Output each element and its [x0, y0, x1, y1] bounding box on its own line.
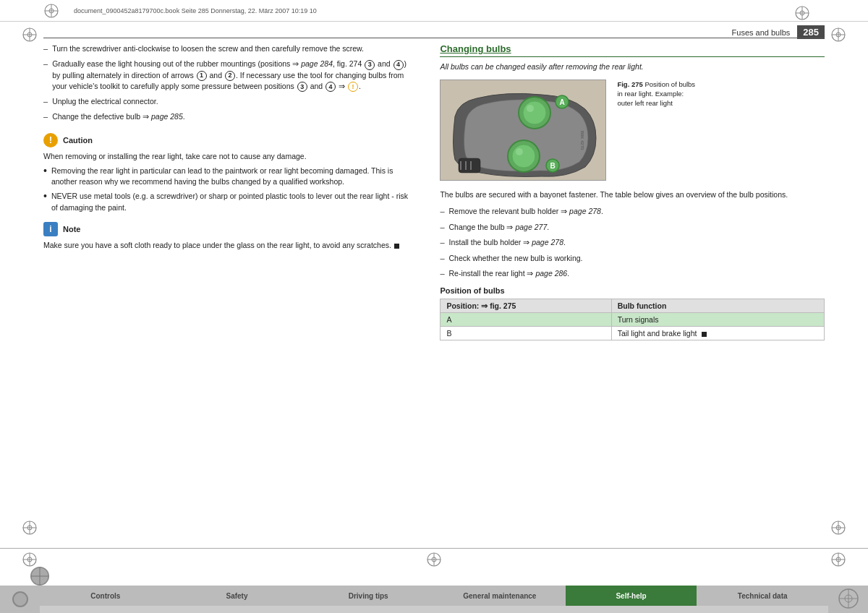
table-header-function: Bulb function — [611, 299, 824, 313]
caution-icon: ! — [43, 133, 58, 147]
list-dash: – — [440, 206, 444, 217]
list-dash: – — [440, 253, 444, 264]
caution-box: ! Caution When removing or installing th… — [43, 133, 411, 213]
table-row: A Turn signals — [441, 313, 825, 327]
section-subtitle: All bulbs can be changed easily after re… — [440, 61, 825, 72]
caution-bullet-text: Removing the rear light in particular ca… — [51, 166, 411, 187]
list-item: – Check whether the new bulb is working. — [440, 253, 825, 264]
content-area: – Turn the screwdriver anti-clockwise to… — [43, 43, 825, 541]
list-item-text: Change the defective bulb ⇒ page 285. — [52, 111, 185, 122]
figure-container: A B B6K 4270 Fig. 275 Position of bulbs … — [440, 80, 825, 181]
footer-crosshair-r — [830, 552, 846, 569]
list-item: – Change the bulb ⇒ page 277. — [440, 222, 825, 233]
table-header-position: Position: ⇒ fig. 275 — [441, 299, 611, 313]
rear-light-svg: A B B6K 4270 — [441, 80, 606, 181]
step-text: Re-install the rear light ⇒ page 286. — [449, 268, 570, 279]
list-dash: – — [440, 268, 444, 279]
car-image: A B B6K 4270 — [440, 80, 606, 181]
list-item: – Unplug the electrical connector. — [43, 96, 411, 107]
chapter-title: Fuses and bulbs — [732, 28, 791, 37]
svg-point-19 — [527, 105, 534, 112]
description-text: The bulbs are secured with a bayonet fas… — [440, 189, 825, 201]
page-circle-bottom-left — [30, 567, 49, 586]
table-cell-position: B — [441, 327, 611, 340]
list-item: – Remove the relevant bulb holder ⇒ page… — [440, 206, 825, 217]
table-cell-function: Tail light and brake light — [611, 327, 824, 340]
list-item-text: Turn the screwdriver anti-clockwise to l… — [52, 43, 364, 54]
step-text: Change the bulb ⇒ page 277. — [449, 222, 550, 233]
header-crosshair-left — [43, 3, 59, 19]
footer-top-rule — [0, 548, 868, 549]
nav-left-circle — [12, 591, 28, 607]
svg-text:A: A — [560, 98, 565, 106]
table-title: Position of bulbs — [440, 286, 825, 295]
filename-text: document_0900452a8179700c.book Seite 285… — [74, 7, 317, 14]
bullet-symbol: • — [43, 166, 47, 187]
end-marker — [702, 332, 707, 337]
nav-items: Controls Safety Driving tips General mai… — [40, 586, 828, 613]
table-row: B Tail light and brake light — [441, 327, 825, 340]
list-dash: – — [440, 237, 444, 248]
list-item: – Re-install the rear light ⇒ page 286. — [440, 268, 825, 279]
list-dash: – — [43, 111, 48, 122]
step-text: Install the bulb holder ⇒ page 278. — [449, 237, 566, 248]
nav-item-driving-tips[interactable]: Driving tips — [302, 586, 434, 606]
caution-intro: When removing or installing the rear lig… — [43, 151, 411, 162]
note-title: Note — [63, 225, 80, 233]
bullet-symbol: • — [43, 191, 47, 213]
list-dash: – — [43, 96, 48, 107]
list-item: – Install the bulb holder ⇒ page 278. — [440, 237, 825, 248]
nav-item-controls[interactable]: Controls — [40, 586, 171, 606]
list-item-text: Unplug the electrical connector. — [52, 96, 158, 107]
step-text: Remove the relevant bulb holder ⇒ page 2… — [449, 206, 603, 217]
nav-item-technical-data[interactable]: Technical data — [697, 586, 828, 606]
figure-caption: Fig. 275 Position of bulbs in rear light… — [617, 80, 697, 108]
left-column: – Turn the screwdriver anti-clockwise to… — [43, 43, 418, 541]
list-item: – Change the defective bulb ⇒ page 285. — [43, 111, 411, 122]
end-marker — [394, 244, 399, 249]
svg-rect-23 — [459, 158, 480, 173]
list-item: – Turn the screwdriver anti-clockwise to… — [43, 43, 411, 54]
note-box: i Note Make sure you have a soft cloth r… — [43, 222, 411, 251]
header-bar: document_0900452a8179700c.book Seite 285… — [0, 0, 868, 22]
svg-text:B: B — [550, 162, 556, 170]
nav-item-general-maintenance[interactable]: General maintenance — [434, 586, 566, 606]
note-icon: i — [43, 222, 58, 236]
nav-left-deco — [0, 586, 40, 613]
caution-title: Caution — [63, 136, 93, 145]
caution-bullet: • Removing the rear light in particular … — [43, 166, 411, 187]
footer-crosshair-c — [426, 552, 442, 569]
caution-bullet: • NEVER use metal tools (e.g. a screwdri… — [43, 191, 411, 213]
steps-list: – Remove the relevant bulb holder ⇒ page… — [440, 206, 825, 279]
note-header: i Note — [43, 222, 411, 236]
nav-bar: Controls Safety Driving tips General mai… — [0, 586, 868, 613]
right-column: Changing bulbs All bulbs can be changed … — [440, 43, 825, 541]
corner-crosshair-br — [830, 520, 846, 537]
nav-item-self-help[interactable]: Self-help — [566, 586, 697, 606]
caution-bullet-text: NEVER use metal tools (e.g. a screwdrive… — [51, 191, 411, 213]
svg-point-18 — [523, 101, 546, 124]
nav-right-target — [838, 588, 859, 611]
footer-area: Controls Safety Driving tips General mai… — [0, 548, 868, 613]
note-text: Make sure you have a soft cloth ready to… — [43, 240, 411, 251]
table-cell-position: A — [441, 313, 611, 327]
list-item: – Gradually ease the light housing out o… — [43, 59, 411, 92]
caution-header: ! Caution — [43, 133, 411, 147]
list-dash: – — [440, 222, 444, 233]
corner-crosshair-tr — [830, 27, 846, 44]
chapter-header: Fuses and bulbs 285 — [43, 25, 825, 41]
step-text: Check whether the new bulb is working. — [449, 253, 583, 264]
header-crosshair-right — [794, 5, 810, 22]
table-cell-function: Turn signals — [611, 313, 824, 327]
list-dash: – — [43, 59, 48, 92]
nav-right-deco — [828, 586, 868, 613]
corner-crosshair-tl — [22, 27, 38, 44]
nav-item-safety[interactable]: Safety — [171, 586, 303, 606]
svg-point-21 — [512, 145, 535, 168]
top-divider — [43, 38, 825, 38]
list-dash: – — [43, 43, 48, 54]
svg-point-22 — [516, 148, 523, 155]
figure-label: Fig. 275 — [617, 80, 642, 88]
bulb-positions-table: Position: ⇒ fig. 275 Bulb function A Tur… — [440, 299, 825, 340]
corner-crosshair-bl — [22, 520, 38, 537]
